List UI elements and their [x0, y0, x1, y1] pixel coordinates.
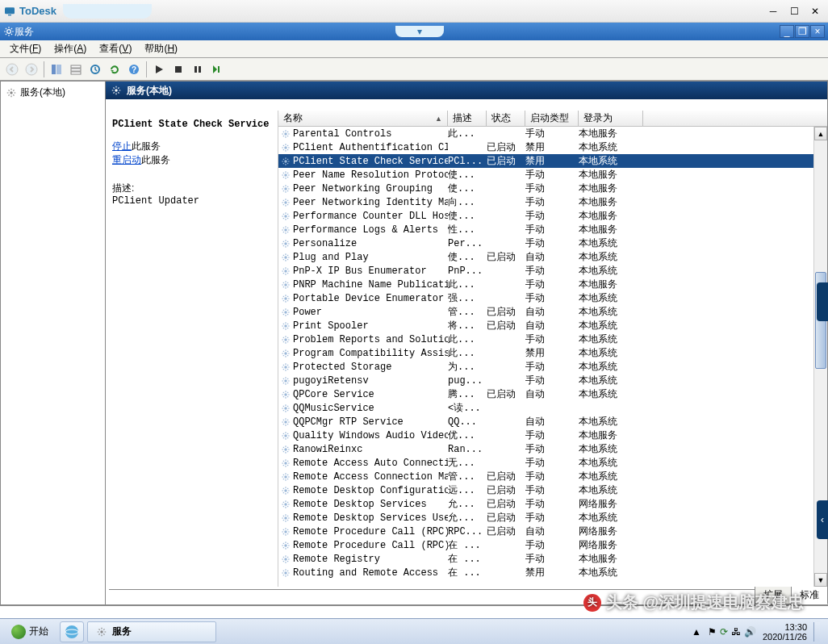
table-row[interactable]: Peer Networking Grouping使...手动本地服务 [278, 182, 827, 195]
side-panel-tab-1[interactable] [817, 282, 828, 321]
cell-logon: 本地系统 [579, 470, 643, 483]
table-row[interactable]: QQPCMgr RTP ServiceQQ...自动本地系统 [278, 415, 827, 429]
mdi-close-button[interactable]: × [810, 25, 825, 38]
table-row[interactable]: Remote Desktop Configuration远...已启动手动本地系… [278, 483, 827, 497]
forward-button[interactable] [23, 61, 40, 78]
table-row[interactable]: Remote Access Auto Connectio...无...手动本地系… [278, 456, 827, 470]
taskbar-app-services[interactable]: 服务 [87, 621, 216, 642]
mdi-minimize-button[interactable]: _ [780, 25, 794, 38]
start-service-button[interactable] [150, 61, 168, 78]
table-row[interactable]: QQMusicService<读... [278, 401, 827, 415]
side-panel-tab-2[interactable]: ‹ [817, 500, 828, 539]
table-row[interactable]: Print Spooler将...已启动自动本地系统 [278, 319, 827, 332]
col-description[interactable]: 描述 [448, 111, 487, 126]
table-row[interactable]: QPCore Service腾...已启动自动本地系统 [278, 387, 827, 401]
tree-root-services[interactable]: 服务(本地) [4, 85, 102, 100]
pause-service-button[interactable] [189, 61, 207, 78]
table-row[interactable]: Problem Reports and Solution...此...手动本地系… [278, 332, 827, 346]
restart-service-link[interactable]: 重启动 [112, 154, 141, 165]
cell-logon: 本地服务 [579, 195, 643, 209]
table-row[interactable]: Portable Device Enumerator S...强...手动本地系… [278, 291, 827, 305]
gear-icon [278, 554, 293, 565]
table-row[interactable]: PNRP Machine Name Publicatio...此...手动本地服… [278, 278, 827, 291]
tray-clock[interactable]: 13:30 2020/11/26 [763, 622, 807, 642]
menu-file[interactable]: 文件(F) [3, 40, 48, 57]
svg-point-24 [284, 201, 287, 204]
cell-desc: 向... [448, 195, 487, 209]
minimize-button[interactable]: ─ [763, 4, 783, 19]
table-row[interactable]: Quality Windows Audio Video ...优...手动本地服… [278, 429, 827, 442]
cell-desc: Ran... [448, 444, 487, 455]
cell-name: RanowiReinxc [293, 444, 448, 455]
table-row[interactable]: RanowiReinxcRan...手动本地系统 [278, 442, 827, 456]
col-startup[interactable]: 启动类型 [525, 111, 579, 126]
table-row[interactable]: Remote Registry在 ...手动本地服务 [278, 552, 827, 566]
scroll-up-button[interactable]: ▲ [814, 127, 827, 140]
sort-asc-icon: ▲ [435, 115, 442, 123]
list-body[interactable]: Parental Controls此...手动本地服务PClient Authe… [278, 127, 827, 587]
gear-icon [278, 362, 293, 373]
tab-extended[interactable]: 扩展 [755, 587, 792, 604]
tray-expand-icon[interactable]: ▲ [692, 626, 701, 638]
col-logon[interactable]: 登录为 [579, 111, 643, 126]
table-row[interactable]: Peer Networking Identity Man...向...手动本地服… [278, 195, 827, 209]
sync-icon[interactable]: ⟳ [720, 626, 728, 638]
help-button[interactable]: ? [125, 61, 143, 78]
cell-desc: 此... [448, 127, 487, 140]
refresh-button[interactable] [106, 61, 123, 78]
table-row[interactable]: Protected Storage为...手动本地系统 [278, 360, 827, 374]
cell-name: Protected Storage [293, 362, 448, 373]
action-center-icon[interactable]: ⚑ [708, 626, 717, 638]
col-name[interactable]: 名称▲ [278, 111, 448, 126]
start-label: 开始 [29, 625, 48, 638]
cell-status: 已启动 [487, 140, 525, 154]
table-row[interactable]: Power管...已启动自动本地系统 [278, 305, 827, 319]
table-row[interactable]: PnP-X IP Bus EnumeratorPnP...手动本地系统 [278, 264, 827, 278]
col-status[interactable]: 状态 [487, 111, 525, 126]
show-hide-button[interactable] [48, 61, 65, 78]
cell-startup: 手动 [525, 374, 579, 387]
cell-name: PnP-X IP Bus Enumerator [293, 266, 448, 277]
stop-service-link[interactable]: 停止 [112, 140, 132, 152]
todesk-dropdown-tab[interactable]: ▾ [395, 26, 444, 37]
table-row[interactable]: PClient Authentification Client已启动禁用本地系统 [278, 140, 827, 154]
table-row[interactable]: Peer Name Resolution Protocol使...手动本地服务 [278, 168, 827, 182]
menu-help[interactable]: 帮助(H) [138, 40, 184, 57]
restart-service-button[interactable] [208, 61, 226, 78]
volume-icon[interactable]: 🔊 [744, 626, 756, 638]
close-button[interactable]: ✕ [805, 4, 825, 19]
table-row[interactable]: Plug and Play使...已启动自动本地系统 [278, 250, 827, 264]
start-button[interactable]: 开始 [3, 621, 56, 642]
table-row[interactable]: Program Compatibility Assist...此...禁用本地系… [278, 346, 827, 360]
maximize-button[interactable]: ☐ [784, 4, 804, 19]
table-row[interactable]: PersonalizePer...手动本地系统 [278, 236, 827, 250]
scroll-down-button[interactable]: ▼ [814, 573, 827, 587]
menu-action[interactable]: 操作(A) [48, 40, 93, 57]
table-row[interactable]: Performance Logs & Alerts性...手动本地服务 [278, 223, 827, 236]
table-row[interactable]: Remote Procedure Call (RPC)RPC...已启动自动网络… [278, 525, 827, 538]
table-row[interactable]: Parental Controls此...手动本地服务 [278, 127, 827, 140]
table-row[interactable]: Routing and Remote Access在 ...禁用本地系统 [278, 566, 827, 579]
taskbar-app-unknown[interactable] [60, 621, 84, 642]
tab-standard[interactable]: 标准 [791, 587, 828, 604]
table-row[interactable]: Performance Counter DLL Host使...手动本地服务 [278, 209, 827, 223]
stop-service-button[interactable] [169, 61, 187, 78]
mdi-restore-button[interactable]: ❐ [795, 25, 809, 38]
properties-button[interactable] [67, 61, 85, 78]
show-desktop-button[interactable] [813, 622, 820, 642]
table-row[interactable]: pugoyiRetensvpug...手动本地系统 [278, 374, 827, 387]
svg-point-50 [284, 558, 287, 561]
table-row[interactable]: Remote Desktop Services User...允...已启动手动… [278, 511, 827, 525]
menu-view[interactable]: 查看(V) [93, 40, 138, 57]
table-row[interactable]: PClient State Check ServicePCl...已启动禁用本地… [278, 154, 827, 168]
export-button[interactable] [86, 61, 104, 78]
svg-point-3 [6, 64, 18, 75]
back-button[interactable] [3, 61, 21, 78]
cell-name: Parental Controls [293, 128, 448, 140]
table-row[interactable]: Remote Access Connection Man...管...已启动手动… [278, 470, 827, 483]
network-icon[interactable]: 🖧 [731, 626, 741, 638]
svg-rect-16 [218, 66, 220, 73]
table-row[interactable]: Remote Desktop Services允...已启动手动网络服务 [278, 497, 827, 511]
gear-icon [6, 87, 17, 98]
table-row[interactable]: Remote Procedure Call (RPC) ...在 ...手动网络… [278, 538, 827, 552]
